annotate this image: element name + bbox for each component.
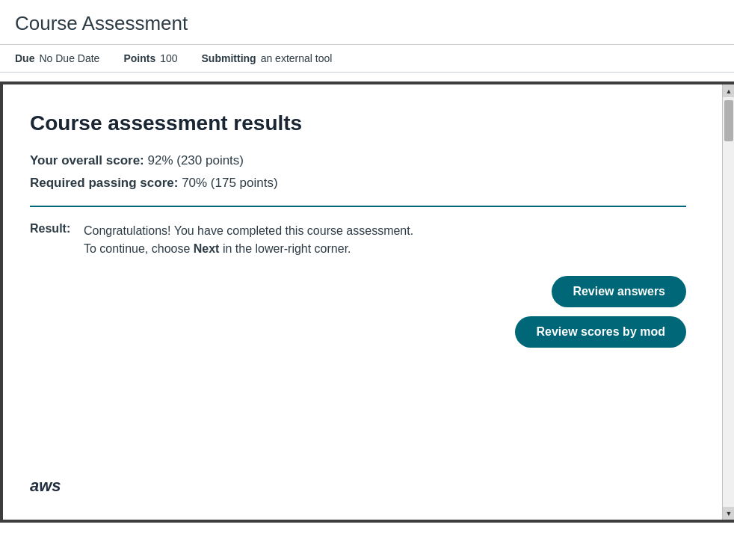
result-row: Result: Congratulations! You have comple… — [30, 222, 686, 258]
points-item: Points 100 — [123, 52, 177, 64]
submitting-item: Submitting an external tool — [202, 52, 333, 64]
review-answers-button[interactable]: Review answers — [552, 276, 686, 307]
passing-score-label: Required passing score: — [30, 176, 178, 190]
overall-score-value: 92% (230 points) — [147, 153, 244, 167]
content-area: Course assessment results Your overall s… — [3, 84, 722, 520]
due-value: No Due Date — [39, 52, 99, 64]
result-line1: Congratulations! You have completed this… — [84, 222, 413, 240]
results-title: Course assessment results — [30, 111, 686, 135]
scrollbar: ▲ ▼ — [722, 84, 734, 520]
passing-score-line: Required passing score: 70% (175 points) — [30, 176, 686, 191]
scroll-down-button[interactable]: ▼ — [723, 507, 734, 520]
due-item: Due No Due Date — [15, 52, 99, 64]
meta-bar: Due No Due Date Points 100 Submitting an… — [0, 44, 734, 73]
frame-content: Course assessment results Your overall s… — [3, 84, 722, 520]
result-line2-before: To continue, choose — [84, 242, 194, 255]
page-container: Course Assessment Due No Due Date Points… — [0, 0, 734, 523]
overall-score-line: Your overall score: 92% (230 points) — [30, 153, 686, 168]
page-header: Course Assessment — [0, 0, 734, 44]
content-frame: Course assessment results Your overall s… — [0, 81, 734, 523]
result-label: Result: — [30, 222, 75, 236]
scroll-up-button[interactable]: ▲ — [723, 84, 734, 97]
aws-logo: aws — [30, 476, 61, 496]
page-title: Course Assessment — [15, 12, 719, 35]
result-next-bold: Next — [194, 242, 220, 255]
points-label: Points — [123, 52, 155, 64]
teal-divider — [30, 206, 686, 207]
buttons-row: Review answers Review scores by mod — [30, 276, 686, 348]
submitting-value: an external tool — [261, 52, 333, 64]
due-label: Due — [15, 52, 34, 64]
points-value: 100 — [160, 52, 177, 64]
review-scores-button[interactable]: Review scores by mod — [515, 316, 686, 348]
result-text: Congratulations! You have completed this… — [84, 222, 413, 258]
scroll-track[interactable] — [723, 97, 734, 507]
passing-score-value: 70% (175 points) — [182, 176, 278, 190]
submitting-label: Submitting — [202, 52, 256, 64]
overall-score-label: Your overall score: — [30, 153, 144, 167]
result-line2: To continue, choose Next in the lower-ri… — [84, 240, 413, 258]
result-line2-after: in the lower-right corner. — [219, 242, 351, 255]
scroll-thumb[interactable] — [724, 100, 733, 141]
